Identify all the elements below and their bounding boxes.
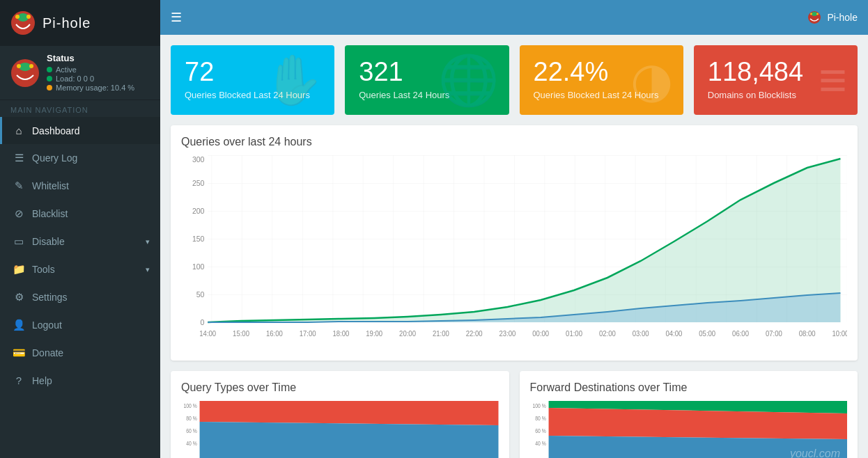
status-active: Active xyxy=(47,65,150,74)
sidebar-header: Pi-hole xyxy=(0,0,160,46)
svg-text:03:00: 03:00 xyxy=(633,330,649,338)
settings-icon: ⚙ xyxy=(13,291,25,303)
main-nav: ⌂ Dashboard ☰ Query Log ✎ Whitelist ⊘ Bl… xyxy=(0,117,160,394)
query-types-title: Query Types over Time xyxy=(181,381,499,394)
stat-card-domains: 118,484 Domains on Blocklists ≡ xyxy=(694,45,858,115)
query-types-chart: Query Types over Time 100 % 80 % 60 % 40… xyxy=(171,371,509,458)
sidebar-item-label-help: Help xyxy=(32,375,52,386)
active-label: Active xyxy=(56,65,77,74)
svg-text:14:00: 14:00 xyxy=(199,330,216,338)
svg-text:17:00: 17:00 xyxy=(300,330,316,338)
sidebar-item-label-whitelist: Whitelist xyxy=(32,180,69,191)
svg-text:19:00: 19:00 xyxy=(366,330,382,338)
logout-icon: 👤 xyxy=(13,319,25,331)
svg-text:60 %: 60 % xyxy=(535,427,546,434)
sidebar-item-label-blacklist: Blacklist xyxy=(32,208,68,219)
active-dot xyxy=(47,67,52,72)
sidebar-item-label-tools: Tools xyxy=(32,264,55,275)
load-dot xyxy=(47,76,52,81)
svg-text:40 %: 40 % xyxy=(186,440,197,447)
sidebar-item-whitelist[interactable]: ✎ Whitelist xyxy=(0,172,160,200)
svg-text:21:00: 21:00 xyxy=(433,330,449,338)
svg-text:01:00: 01:00 xyxy=(566,330,582,338)
status-logo-icon xyxy=(10,58,40,88)
main-chart-title: Queries over last 24 hours xyxy=(181,136,847,148)
svg-text:00:00: 00:00 xyxy=(532,330,549,338)
blacklist-icon: ⊘ xyxy=(13,207,25,220)
svg-point-11 xyxy=(816,13,819,15)
sidebar: Pi-hole Status Active Load: 0 0 0 Memory… xyxy=(0,0,160,458)
topbar-username: Pi-hole xyxy=(827,12,858,23)
query-type-red-area xyxy=(200,401,499,425)
stat-icon-percent: ◑ xyxy=(630,56,673,104)
query-type-blue-area xyxy=(200,422,499,458)
svg-text:100: 100 xyxy=(192,262,205,271)
svg-text:07:00: 07:00 xyxy=(766,330,782,338)
forward-dest-chart-area: 100 % 80 % 60 % 40 % youcl.com xyxy=(530,401,848,458)
sidebar-item-help[interactable]: ? Help xyxy=(0,367,160,394)
sidebar-item-donate[interactable]: 💳 Donate xyxy=(0,339,160,367)
expand-icon-tools: ▾ xyxy=(146,265,150,274)
stat-icon-blocked: ✋ xyxy=(263,56,324,104)
svg-text:20:00: 20:00 xyxy=(399,330,416,338)
whitelist-icon: ✎ xyxy=(13,180,25,192)
query-log-icon: ☰ xyxy=(13,152,25,164)
sidebar-item-label-settings: Settings xyxy=(32,292,68,303)
nav-section-label: MAIN NAVIGATION xyxy=(0,100,160,117)
sidebar-item-query-log[interactable]: ☰ Query Log xyxy=(0,144,160,172)
stat-card-blocked: 72 Queries Blocked Last 24 Hours ✋ xyxy=(171,45,334,115)
expand-icon-disable: ▾ xyxy=(146,237,150,246)
help-icon: ? xyxy=(13,374,25,386)
watermark-text: youcl.com xyxy=(790,448,840,458)
status-info: Status Active Load: 0 0 0 Memory usage: … xyxy=(47,53,150,93)
svg-text:80 %: 80 % xyxy=(535,415,546,422)
svg-point-2 xyxy=(15,15,20,19)
svg-text:40 %: 40 % xyxy=(535,440,546,447)
status-box: Status Active Load: 0 0 0 Memory usage: … xyxy=(0,46,160,100)
disable-icon: ▭ xyxy=(13,235,25,248)
svg-text:0: 0 xyxy=(201,318,205,326)
stats-row: 72 Queries Blocked Last 24 Hours ✋ 321 Q… xyxy=(171,45,858,115)
svg-text:80 %: 80 % xyxy=(186,415,197,422)
svg-text:250: 250 xyxy=(192,179,205,187)
svg-text:60 %: 60 % xyxy=(186,427,197,434)
svg-text:23:00: 23:00 xyxy=(499,330,516,338)
content-area: 72 Queries Blocked Last 24 Hours ✋ 321 Q… xyxy=(160,35,868,458)
svg-text:22:00: 22:00 xyxy=(466,330,483,338)
sidebar-item-dashboard[interactable]: ⌂ Dashboard xyxy=(0,117,160,144)
svg-text:02:00: 02:00 xyxy=(599,330,616,338)
query-types-svg: 100 % 80 % 60 % 40 % xyxy=(181,401,499,458)
main-chart-container: 0 50 100 150 200 250 300 14:00 15:00 xyxy=(181,155,847,350)
main-area: ☰ Pi-hole 72 Queries Blocked Last 24 Hou… xyxy=(160,0,868,458)
svg-point-3 xyxy=(26,15,31,19)
status-label: Status xyxy=(47,53,150,63)
svg-text:08:00: 08:00 xyxy=(799,330,816,338)
topbar: ☰ Pi-hole xyxy=(160,0,868,35)
svg-text:15:00: 15:00 xyxy=(233,330,249,338)
stat-card-total: 321 Queries Last 24 Hours 🌐 xyxy=(345,45,509,115)
stat-card-percent: 22.4% Queries Blocked Last 24 Hours ◑ xyxy=(520,45,683,115)
sidebar-item-blacklist[interactable]: ⊘ Blacklist xyxy=(0,200,160,228)
svg-text:100 %: 100 % xyxy=(532,402,545,409)
main-chart-svg: 0 50 100 150 200 250 300 14:00 15:00 xyxy=(181,155,847,350)
tools-icon: 📁 xyxy=(13,263,25,276)
svg-text:10:00: 10:00 xyxy=(832,330,847,338)
svg-text:300: 300 xyxy=(192,155,205,164)
svg-text:18:00: 18:00 xyxy=(332,330,349,338)
forward-dest-title: Forward Destinations over Time xyxy=(530,381,848,394)
sidebar-item-logout[interactable]: 👤 Logout xyxy=(0,311,160,339)
menu-toggle-button[interactable]: ☰ xyxy=(171,10,182,25)
memory-dot xyxy=(47,85,52,90)
svg-text:200: 200 xyxy=(192,207,205,215)
sidebar-item-settings[interactable]: ⚙ Settings xyxy=(0,283,160,311)
stat-icon-domains: ≡ xyxy=(819,56,847,104)
status-memory: Memory usage: 10.4 % xyxy=(47,84,150,92)
svg-point-9 xyxy=(812,12,817,16)
svg-text:16:00: 16:00 xyxy=(266,330,283,338)
main-chart-box: Queries over last 24 hours 0 50 100 150 xyxy=(171,125,858,361)
sidebar-item-label-disable: Disable xyxy=(32,236,65,247)
sidebar-item-tools[interactable]: 📁 Tools ▾ xyxy=(0,255,160,283)
sidebar-item-label-query-log: Query Log xyxy=(32,152,77,164)
sidebar-item-label-donate: Donate xyxy=(32,347,63,358)
sidebar-item-disable[interactable]: ▭ Disable ▾ xyxy=(0,228,160,255)
